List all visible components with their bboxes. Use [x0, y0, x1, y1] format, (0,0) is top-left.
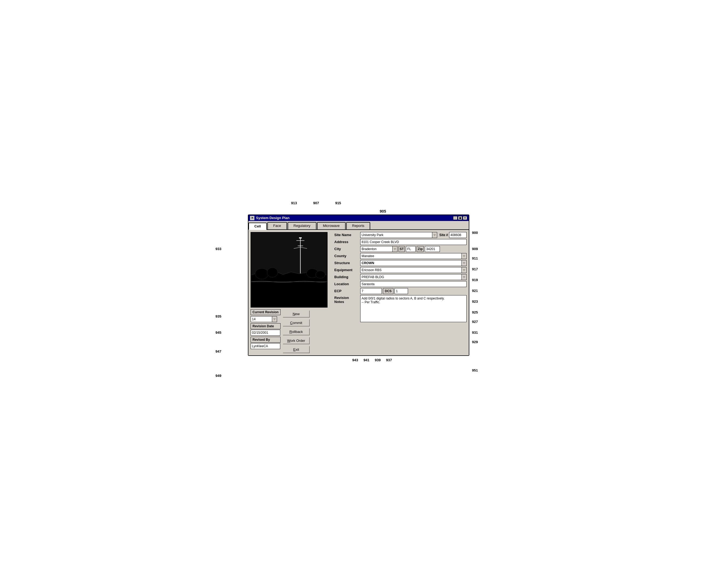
county-label: County: [334, 254, 359, 258]
ref-939: 939: [375, 358, 381, 362]
revision-date-input[interactable]: [251, 330, 280, 336]
revised-by-input[interactable]: [251, 343, 280, 349]
ref-933: 933: [215, 247, 222, 251]
svg-point-9: [267, 268, 278, 277]
ref-951: 951: [472, 368, 478, 372]
ref-921: 921: [472, 289, 478, 293]
structure-label: Structure: [334, 261, 359, 265]
revision-dropdown[interactable]: ▽: [251, 316, 281, 322]
main-window: ✕ System Design Plan □ ▣ ✕ Cell Face Reg…: [248, 215, 469, 356]
revision-notes-textarea[interactable]: Add 0/0/1 digital radios to sectors A, B…: [360, 295, 467, 322]
zip-label: Zip: [417, 246, 424, 252]
revision-arrow[interactable]: ▽: [272, 316, 277, 322]
zip-input[interactable]: [425, 246, 440, 252]
site-name-arrow[interactable]: ▽: [432, 232, 437, 238]
county-arrow[interactable]: ▽: [462, 253, 467, 259]
ref-925: 925: [472, 310, 478, 314]
left-panel: Current Revision ▽ Revision Date: [251, 232, 334, 353]
equipment-input[interactable]: [360, 267, 462, 273]
city-input[interactable]: [360, 246, 393, 252]
revised-by-section: Revised By: [251, 337, 281, 349]
county-field: ▽: [360, 253, 467, 259]
equipment-label: Equipment: [334, 268, 359, 272]
exit-button[interactable]: Exit: [283, 346, 310, 353]
ref-915: 915: [335, 201, 341, 205]
city-field: ▽ ST Zip: [360, 246, 467, 252]
maximize-button[interactable]: ▣: [458, 216, 462, 220]
ref-911: 911: [472, 256, 478, 260]
new-button[interactable]: New: [283, 310, 310, 318]
ref-941: 941: [363, 358, 369, 362]
ref-937: 937: [386, 358, 392, 362]
ref-943: 943: [353, 358, 358, 362]
address-input[interactable]: [360, 239, 467, 245]
address-row: Address: [334, 239, 467, 245]
ref-935: 935: [215, 314, 222, 319]
ecp-input[interactable]: [360, 288, 382, 294]
revision-section: Current Revision ▽ Revision Date: [251, 309, 334, 353]
building-dropdown[interactable]: ▽: [360, 274, 467, 280]
rollback-button[interactable]: Rollback: [283, 328, 310, 335]
building-arrow[interactable]: ▽: [462, 274, 467, 280]
site-name-label: Site Name: [334, 233, 359, 237]
building-input[interactable]: [360, 274, 462, 280]
ref-931: 931: [472, 331, 478, 335]
county-dropdown[interactable]: ▽: [360, 253, 467, 259]
commit-button[interactable]: Commit: [283, 319, 310, 327]
structure-arrow[interactable]: ▽: [462, 260, 467, 266]
current-revision-label: Current Revision: [251, 309, 281, 315]
site-num-input[interactable]: [449, 232, 467, 238]
st-input[interactable]: [406, 246, 416, 252]
ref-919: 919: [472, 278, 478, 282]
tab-regulatory[interactable]: Regulatory: [288, 222, 316, 229]
address-label: Address: [334, 240, 359, 244]
tab-face[interactable]: Face: [267, 222, 287, 229]
right-panel: Site Name ▽ Site #: [334, 232, 467, 353]
ecp-field: DCS: [360, 288, 467, 294]
revision-input[interactable]: [251, 316, 272, 322]
city-arrow[interactable]: ▽: [393, 246, 397, 252]
city-row-inner: ▽ ST Zip: [360, 246, 467, 252]
ref-900: 900: [472, 231, 478, 235]
work-order-button[interactable]: Work Order: [283, 337, 310, 344]
equipment-field: ▽: [360, 267, 467, 273]
ecp-row: ECP DCS: [334, 288, 467, 294]
site-name-dropdown[interactable]: ▽: [360, 232, 437, 238]
close-button[interactable]: ✕: [463, 216, 467, 220]
equipment-arrow[interactable]: ▽: [462, 267, 467, 273]
revised-by-label: Revised By: [251, 337, 281, 343]
revision-notes-label: RevisionNotes: [334, 295, 359, 304]
structure-field: ▽: [360, 260, 467, 266]
ref-905: 905: [380, 209, 386, 214]
city-dropdown[interactable]: ▽: [360, 246, 397, 252]
site-name-field: ▽ Site #: [360, 232, 467, 238]
location-row: Location: [334, 281, 467, 287]
location-input[interactable]: [360, 281, 467, 287]
content-area: Current Revision ▽ Revision Date: [249, 230, 469, 355]
ref-947: 947: [215, 350, 222, 354]
site-name-row: Site Name ▽ Site #: [334, 232, 467, 238]
site-name-input[interactable]: [360, 232, 432, 238]
building-field: ▽: [360, 274, 467, 280]
structure-dropdown[interactable]: ▽: [360, 260, 467, 266]
building-label: Building: [334, 275, 359, 279]
tab-microwave[interactable]: Microwave: [317, 222, 346, 229]
location-label: Location: [334, 282, 359, 286]
ref-949: 949: [215, 374, 222, 378]
revision-date-label: Revision Date: [251, 323, 281, 329]
minimize-button[interactable]: □: [453, 216, 458, 220]
structure-input[interactable]: [360, 260, 462, 266]
site-num-label: Site #: [439, 233, 448, 237]
tab-cell[interactable]: Cell: [249, 223, 267, 230]
tab-reports[interactable]: Reports: [346, 222, 370, 229]
dcs-label: DCS: [383, 288, 393, 294]
location-field: [360, 281, 467, 287]
svg-point-11: [316, 271, 325, 278]
ref-913: 913: [291, 201, 297, 205]
equipment-dropdown[interactable]: ▽: [360, 267, 467, 273]
dcs-input[interactable]: [394, 288, 408, 294]
st-label: ST: [398, 246, 405, 252]
building-row: Building ▽: [334, 274, 467, 280]
county-input[interactable]: [360, 253, 462, 259]
tab-bar: Cell Face Regulatory Microwave Reports: [249, 221, 469, 230]
